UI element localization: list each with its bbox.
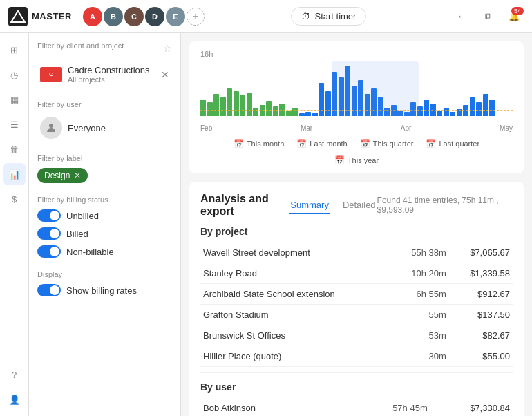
- chart-bar: [234, 91, 239, 116]
- filter-user-item[interactable]: Everyone: [37, 114, 172, 142]
- client-info: Cadre Constructions All projects: [68, 65, 155, 84]
- chart-bar: [424, 100, 429, 116]
- chart-bar: [200, 100, 206, 116]
- tab-summary[interactable]: Summary: [289, 197, 330, 214]
- non-billable-toggle-row: Non-billable: [37, 245, 172, 258]
- last-quarter-button[interactable]: 📅Last quarter: [420, 136, 485, 151]
- avatar[interactable]: E: [166, 7, 185, 26]
- this-year-button[interactable]: 📅This year: [329, 153, 384, 168]
- content-area: 16h Feb Mar Apr May 📅This month 📅Last mo…: [181, 33, 532, 416]
- table-row: Brunswick St Offices53m$82.67: [200, 325, 513, 346]
- favorite-icon[interactable]: ☆: [163, 43, 172, 54]
- chart-bar: [253, 108, 258, 116]
- filter-panel: Filter by client and project ☆ C Cadre C…: [29, 33, 181, 416]
- chart-bar: [305, 112, 311, 116]
- sidebar-icon-chart[interactable]: 📊: [3, 163, 26, 185]
- chart-bar: [227, 88, 232, 116]
- remove-client-icon[interactable]: ✕: [161, 69, 169, 80]
- start-timer-button[interactable]: ⏱ Start timer: [291, 7, 366, 26]
- client-item[interactable]: C Cadre Constructions All projects ✕: [37, 61, 172, 88]
- table-row: Hillier Place (quote)30m$55.00: [200, 346, 513, 367]
- main-layout: ⊞ ◷ ▦ ☰ 🗑 📊 $ ? 👤 Filter by client and p…: [0, 33, 532, 416]
- chart-bar: [247, 93, 252, 116]
- filter-client-section: Filter by client and project ☆ C Cadre C…: [37, 41, 172, 88]
- nav-right: ← ⧉ 🔔 54: [452, 7, 524, 26]
- client-logo: C: [40, 67, 62, 82]
- chart-bar: [220, 97, 226, 116]
- chart-bar: [260, 105, 265, 116]
- billed-toggle[interactable]: [37, 227, 61, 240]
- avatar[interactable]: A: [83, 7, 102, 26]
- chart-bar: [286, 111, 292, 116]
- chart-container: [200, 61, 513, 123]
- sidebar-icon-user[interactable]: 👤: [3, 388, 26, 410]
- filter-user-section: Filter by user Everyone: [37, 100, 172, 142]
- copy-button[interactable]: ⧉: [478, 7, 497, 26]
- show-billing-toggle[interactable]: [37, 284, 61, 296]
- chart-bar: [437, 111, 442, 116]
- sidebar-icon-calendar[interactable]: ▦: [3, 88, 26, 111]
- filter-billing-section: Filter by billing status Unbilled Billed…: [37, 196, 172, 258]
- avatar[interactable]: C: [124, 7, 144, 26]
- chart-bar: [319, 83, 324, 116]
- avatar[interactable]: B: [104, 7, 123, 26]
- add-member-button[interactable]: +: [187, 8, 205, 26]
- sidebar-icon-list[interactable]: ☰: [3, 113, 26, 135]
- chart-bar: [240, 95, 245, 116]
- chart-bar: [273, 106, 278, 116]
- chart-bar: [207, 102, 213, 116]
- chart-x-labels: Feb Mar Apr May: [200, 123, 513, 133]
- analysis-tabs: Summary Detailed: [289, 197, 377, 214]
- chart-card: 16h Feb Mar Apr May 📅This month 📅Last mo…: [189, 41, 524, 173]
- notifications-button[interactable]: 🔔 54: [504, 7, 524, 26]
- table-row: Stanley Road10h 20m$1,339.58: [200, 263, 513, 284]
- chart-bar: [213, 94, 219, 116]
- chart-bar: [463, 105, 468, 116]
- chart-bar: [266, 101, 272, 116]
- projects-table: Wavell Street development55h 38m$7,065.6…: [200, 243, 513, 367]
- timer-icon: ⏱: [301, 11, 310, 21]
- analysis-header: Analysis and export Summary Detailed Fou…: [200, 193, 513, 218]
- this-month-button[interactable]: 📅This month: [228, 136, 289, 151]
- chart-bar: [312, 113, 318, 116]
- chart-bar: [476, 102, 482, 116]
- chart-bar: [483, 94, 488, 116]
- avatar-group: A B C D E +: [83, 7, 206, 26]
- chart-bar: [450, 112, 455, 116]
- filter-client-header: Filter by client and project ☆: [37, 41, 172, 55]
- back-button[interactable]: ←: [452, 7, 471, 26]
- avatar[interactable]: D: [145, 7, 164, 26]
- table-row: Archibald State School extension6h 55m$9…: [200, 284, 513, 305]
- table-row: Wavell Street development55h 38m$7,065.6…: [200, 243, 513, 263]
- unbilled-toggle[interactable]: [37, 209, 61, 222]
- show-billing-toggle-row: Show billing rates: [37, 284, 172, 296]
- sidebar-icon-dollar[interactable]: $: [3, 188, 26, 210]
- remove-label-icon[interactable]: ✕: [74, 171, 81, 180]
- chart-bar: [292, 108, 298, 116]
- tab-detailed[interactable]: Detailed: [341, 197, 377, 214]
- table-row: Bob Atkinson57h 45m$7,330.84: [200, 398, 513, 416]
- unbilled-toggle-row: Unbilled: [37, 209, 172, 222]
- notification-badge: 54: [511, 7, 524, 15]
- chart-bar: [325, 91, 331, 116]
- left-sidebar-icons: ⊞ ◷ ▦ ☰ 🗑 📊 $ ? 👤: [0, 33, 29, 416]
- users-table: Bob Atkinson57h 45m$7,330.84Allan Atim7h…: [200, 398, 513, 416]
- sidebar-icon-trash[interactable]: 🗑: [3, 138, 26, 160]
- chart-bar: [444, 108, 449, 116]
- chart-bar: [489, 100, 495, 116]
- user-avatar: [40, 117, 62, 139]
- last-month-button[interactable]: 📅Last month: [291, 136, 352, 151]
- sidebar-icon-clock[interactable]: ◷: [3, 64, 26, 86]
- billed-toggle-row: Billed: [37, 227, 172, 240]
- chart-bar: [470, 97, 475, 116]
- filter-display-section: Display Show billing rates: [37, 270, 172, 296]
- date-filter-buttons: 📅This month 📅Last month 📅This quarter 📅L…: [200, 133, 513, 168]
- top-navigation: MASTER A B C D E + ⏱ Start timer ← ⧉ 🔔 5…: [0, 0, 532, 33]
- timer-center: ⏱ Start timer: [206, 7, 452, 26]
- non-billable-toggle[interactable]: [37, 245, 61, 258]
- sidebar-icon-help[interactable]: ?: [3, 363, 26, 386]
- this-quarter-button[interactable]: 📅This quarter: [354, 136, 419, 151]
- table-row: Grafton Stadium55m$137.50: [200, 305, 513, 325]
- label-tag[interactable]: Design ✕: [37, 168, 88, 183]
- sidebar-icon-grid[interactable]: ⊞: [3, 39, 26, 61]
